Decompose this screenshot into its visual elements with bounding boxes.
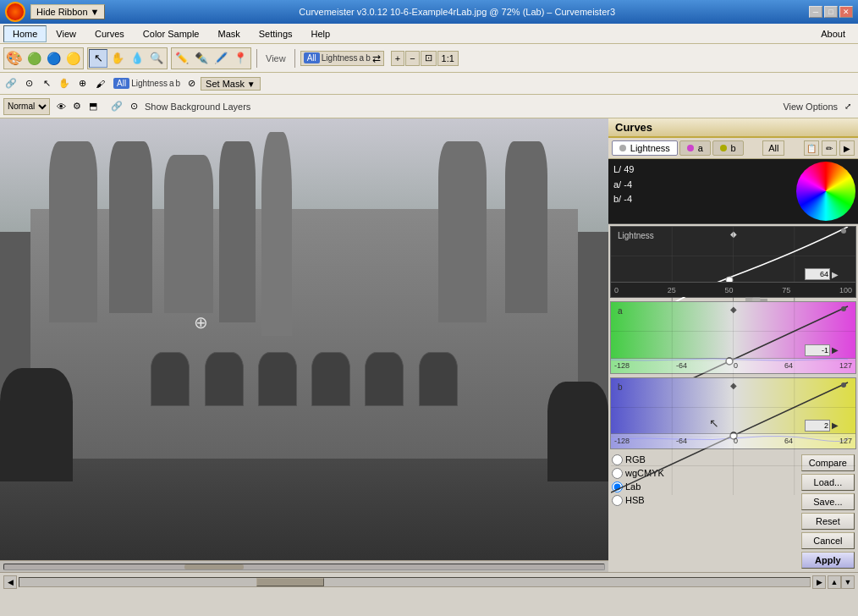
link-tool[interactable]: 🔗 xyxy=(3,76,19,91)
menu-curves[interactable]: Curves xyxy=(85,25,134,42)
a-axis: -128 -64 0 64 127 xyxy=(611,358,855,373)
menu-home[interactable]: Home xyxy=(3,25,47,42)
color-wheel-tool[interactable]: 🎨 xyxy=(5,49,24,68)
horizontal-scroll-track[interactable] xyxy=(19,577,811,587)
b-axis-3: 64 xyxy=(784,437,793,445)
b-arrow: ▶ xyxy=(832,421,839,430)
menu-bar: Home View Curves Color Sample Mask Setti… xyxy=(0,24,858,44)
maximize-button[interactable]: □ xyxy=(824,6,838,18)
a-input[interactable] xyxy=(805,344,830,356)
reset-button[interactable]: Reset xyxy=(801,513,855,530)
menu-view[interactable]: View xyxy=(47,25,85,42)
all-tab[interactable]: All xyxy=(762,140,784,156)
scroll-down-button[interactable]: ▼ xyxy=(841,575,855,589)
tab-b[interactable]: b xyxy=(712,140,744,156)
settings-icon[interactable]: ⚙ xyxy=(69,99,85,114)
scroll-up-button[interactable]: ▲ xyxy=(828,575,841,589)
tab-a[interactable]: a xyxy=(679,140,711,156)
menu-color-sample[interactable]: Color Sample xyxy=(134,25,209,42)
pointer-tool[interactable]: ↖ xyxy=(39,76,54,91)
zoom-out-button[interactable]: − xyxy=(405,51,419,66)
b-input-area: ▶ xyxy=(805,420,839,432)
lightness-input-area: ▶ xyxy=(805,268,839,280)
view-label: View xyxy=(262,53,289,63)
view-link-icon[interactable]: 🔗 xyxy=(109,99,124,114)
edit-tool-2[interactable]: ✒️ xyxy=(192,49,211,68)
curves-play-icon[interactable]: ▶ xyxy=(839,140,855,156)
zoom-fit-button[interactable]: ⊡ xyxy=(421,51,437,66)
b-chart[interactable]: ◆ b ↖ -128 -64 xyxy=(610,377,856,449)
menu-help[interactable]: Help xyxy=(302,25,340,42)
edit-tool-4[interactable]: 📍 xyxy=(231,49,250,68)
zoom-in-button[interactable]: + xyxy=(391,51,404,66)
chan-all-badge2: All xyxy=(113,78,129,89)
menu-mask[interactable]: Mask xyxy=(208,25,249,42)
cancel-button[interactable]: Cancel xyxy=(801,532,855,549)
set-mask-icon[interactable]: ⊘ xyxy=(188,78,195,89)
window-title: Curvemeister v3.0.12 10-6-Example4rLab.j… xyxy=(299,7,615,17)
curves-copy-icon[interactable]: 📋 xyxy=(804,140,819,156)
chan-all-badge[interactable]: All xyxy=(304,52,320,63)
tab-lightness[interactable]: Lightness xyxy=(612,140,678,156)
curves-pencil-icon[interactable]: ✏ xyxy=(822,140,837,156)
curves-title-bar: Curves xyxy=(608,118,858,138)
zoom-tool[interactable]: 🔍 xyxy=(147,49,166,68)
magnify-tool[interactable]: ⊕ xyxy=(74,76,90,91)
axis-75: 75 xyxy=(782,286,790,294)
minimize-button[interactable]: ─ xyxy=(809,6,822,18)
about-button[interactable]: About xyxy=(811,25,855,42)
chan-a-label: a xyxy=(360,53,365,63)
lightness-label-toolbar: Lightness xyxy=(322,53,358,63)
color-dot-green[interactable]: 🟢 xyxy=(25,49,43,68)
radio-hsb-label: HSB xyxy=(625,495,645,505)
arrow-tool[interactable]: ↖ xyxy=(89,49,107,68)
expand-icon[interactable]: ⤢ xyxy=(841,100,855,113)
color-dot-yellow[interactable]: 🟡 xyxy=(63,49,82,68)
curves-title-label: Curves xyxy=(615,121,652,134)
horizontal-scroll-thumb[interactable] xyxy=(256,578,324,586)
edit-tool-1[interactable]: ✏️ xyxy=(173,49,191,68)
a-axis-3: 64 xyxy=(784,361,793,370)
a-chart[interactable]: ◆ a -128 -64 0 64 xyxy=(610,301,856,373)
swap-icon[interactable]: ⇄ xyxy=(372,52,381,64)
brush-tool[interactable]: 🖌 xyxy=(92,76,107,91)
menu-settings[interactable]: Settings xyxy=(250,25,302,42)
zoom-100-button[interactable]: 1:1 xyxy=(437,51,459,66)
main-toolbar: 🎨 🟢 🔵 🟡 ↖ ✋ 💧 🔍 ✏️ ✒️ 🖊️ 📍 View All Ligh… xyxy=(0,44,858,73)
edit-tool-3[interactable]: 🖊️ xyxy=(212,49,230,68)
scroll-left-button[interactable]: ◀ xyxy=(3,575,17,589)
lightness-dot xyxy=(619,145,626,151)
hide-ribbon-button[interactable]: Hide Ribbon ▼ xyxy=(30,4,105,19)
curves-panel: Curves Lightness a b All 📋 ✏ ▶ xyxy=(608,118,858,572)
eye-icon[interactable]: 👁 xyxy=(53,99,69,114)
hand-tool2[interactable]: ✋ xyxy=(57,76,72,91)
apply-button[interactable]: Apply xyxy=(801,552,855,569)
radio-hsb-input[interactable] xyxy=(612,495,623,506)
lightness-input[interactable] xyxy=(805,268,830,280)
b-input[interactable] xyxy=(805,420,830,432)
b-axis-2: 0 xyxy=(734,437,738,445)
lightness-chart[interactable]: Lightness ◆ xyxy=(610,226,856,298)
scroll-right-button[interactable]: ▶ xyxy=(812,575,826,589)
view-eye-icon[interactable]: ⊙ xyxy=(126,99,141,114)
eyedropper-tool[interactable]: 💧 xyxy=(128,49,146,68)
radio-hsb[interactable]: HSB xyxy=(612,495,798,506)
circle-tool[interactable]: ⊙ xyxy=(21,76,36,91)
tab-a-label: a xyxy=(698,143,703,153)
horizontal-scrollbar[interactable] xyxy=(0,560,608,572)
image-area: ⊕ xyxy=(0,118,608,572)
view-type-select[interactable]: Normal xyxy=(3,98,50,115)
a-value: -4 xyxy=(624,179,632,190)
a-axis-2: 0 xyxy=(734,361,738,370)
color-dot-blue[interactable]: 🔵 xyxy=(44,49,63,68)
color-wheel xyxy=(796,162,855,221)
b-dot xyxy=(720,145,727,151)
chan-a-label2: a xyxy=(169,79,174,88)
hand-tool[interactable]: ✋ xyxy=(108,49,127,68)
save-button[interactable]: Save... xyxy=(801,493,855,510)
close-button[interactable]: ✕ xyxy=(839,6,853,18)
l-value: 49 xyxy=(624,164,634,174)
lightness-axis: 0 25 50 75 100 xyxy=(611,282,855,297)
export-icon[interactable]: ⬒ xyxy=(85,99,101,114)
set-mask-button[interactable]: Set Mask ▼ xyxy=(201,77,261,91)
